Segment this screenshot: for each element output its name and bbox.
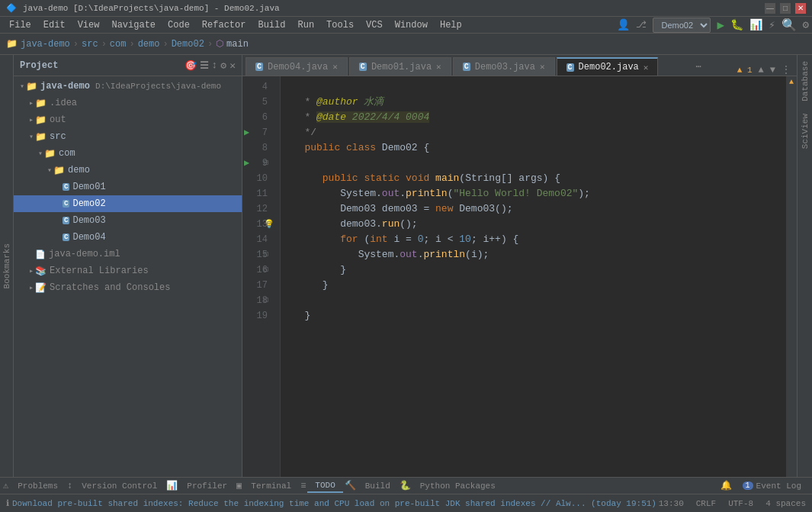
breadcrumb-src[interactable]: src xyxy=(82,39,98,50)
tree-item-src[interactable]: ▾ 📁 src xyxy=(14,128,242,145)
event-log-badge: 1 xyxy=(743,481,753,490)
vcs-icon[interactable]: ⎇ xyxy=(636,19,647,31)
run-button[interactable]: ▶ xyxy=(717,18,724,33)
bottom-tab-version-control[interactable]: Version Control xyxy=(74,480,165,492)
sidebar-header-icons: 🎯 ☰ ↕ ⚙ ✕ xyxy=(185,60,236,72)
indent-size[interactable]: 4 spaces xyxy=(765,499,806,508)
tree-item-java-demo[interactable]: ▾ 📁 java-demo D:\IdeaProjects\java-demo xyxy=(14,78,242,95)
editor-area: C Demo04.java ✕ C Demo01.java ✕ C Demo03… xyxy=(242,55,797,477)
encoding[interactable]: UTF-8 xyxy=(728,499,753,508)
main-area: Bookmarks Project 🎯 ☰ ↕ ⚙ ✕ ▾ 📁 java-dem… xyxy=(0,55,812,477)
fold-15[interactable]: ⊡ xyxy=(264,247,268,262)
gutter-17: 17 xyxy=(242,278,274,293)
nav-up-icon[interactable]: ▲ xyxy=(759,65,764,76)
gutter-9: ▶ 9 ⊟ xyxy=(242,156,274,171)
bookmarks-tab[interactable]: Bookmarks xyxy=(1,237,13,295)
tree-item-demo02[interactable]: ▸ C Demo02 xyxy=(14,195,242,212)
search-everywhere[interactable]: 🔍 xyxy=(782,18,797,33)
tree-item-demo04[interactable]: ▸ C Demo04 xyxy=(14,229,242,246)
tree-item-out[interactable]: ▸ 📁 out xyxy=(14,111,242,128)
bottom-tab-problems[interactable]: Problems xyxy=(10,480,66,492)
locate-icon[interactable]: 🎯 xyxy=(185,60,197,72)
database-tab[interactable]: Database xyxy=(799,55,811,108)
tree-item-scratches[interactable]: ▸ 📝 Scratches and Consoles xyxy=(14,279,242,296)
bottom-tab-todo[interactable]: TODO xyxy=(307,479,342,493)
menu-refactor[interactable]: Refactor xyxy=(196,18,252,32)
menu-tools[interactable]: Tools xyxy=(320,18,360,32)
run-with-coverage[interactable]: 📊 xyxy=(749,18,762,31)
warning-mark[interactable]: ▲ xyxy=(789,78,794,86)
gutter-13: 💡 13 ⊟ xyxy=(242,217,274,232)
bottom-tab-terminal[interactable]: Terminal xyxy=(243,480,299,492)
menu-navigate[interactable]: Navigate xyxy=(105,18,162,32)
close-button[interactable]: ✕ xyxy=(795,3,806,14)
profiler-button[interactable]: ⚡ xyxy=(769,18,775,31)
breadcrumb-demo[interactable]: demo xyxy=(138,39,160,50)
right-indicator: ▲ xyxy=(786,76,797,477)
menu-help[interactable]: Help xyxy=(434,18,468,32)
close-tab-demo02[interactable]: ✕ xyxy=(644,63,649,72)
tree-item-idea[interactable]: ▸ 📁 .idea xyxy=(14,95,242,111)
breadcrumb-com[interactable]: com xyxy=(110,39,127,50)
menu-file[interactable]: File xyxy=(3,18,37,32)
sciview-tab[interactable]: SciView xyxy=(799,108,811,155)
bottom-tab-python-packages[interactable]: Python Packages xyxy=(412,480,503,492)
fold-16[interactable]: ⊡ xyxy=(264,262,268,278)
editor-settings-icon[interactable]: ⋮ xyxy=(782,64,791,76)
close-tab-demo03[interactable]: ✕ xyxy=(540,62,545,72)
breadcrumb-main[interactable]: main xyxy=(226,39,249,50)
tree-item-demo01[interactable]: ▸ C Demo01 xyxy=(14,179,242,195)
fold-9[interactable]: ⊟ xyxy=(264,156,268,171)
bottom-tab-event-log[interactable]: 1 Event Log xyxy=(735,480,809,492)
tab-demo01[interactable]: C Demo01.java ✕ xyxy=(349,57,451,76)
menu-run[interactable]: Run xyxy=(291,18,320,32)
settings-icon[interactable]: ⚙ xyxy=(803,18,809,31)
line-ending[interactable]: CRLF xyxy=(696,499,716,508)
breadcrumb-demo02[interactable]: Demo02 xyxy=(172,39,204,50)
build-icon: 🔨 xyxy=(345,480,356,491)
menu-window[interactable]: Window xyxy=(389,18,434,32)
close-sidebar-icon[interactable]: ✕ xyxy=(229,60,236,72)
menu-code[interactable]: Code xyxy=(162,18,196,32)
fold-13[interactable]: ⊟ xyxy=(267,217,271,232)
tree-item-demo[interactable]: ▾ 📁 demo xyxy=(14,162,242,179)
tree-item-com[interactable]: ▾ 📁 com xyxy=(14,145,242,162)
tab-demo04[interactable]: C Demo04.java ✕ xyxy=(246,57,348,76)
sidebar-title: Project xyxy=(20,60,58,71)
run-indicator-7[interactable]: ▶ xyxy=(244,125,249,140)
close-tab-demo04[interactable]: ✕ xyxy=(332,62,338,72)
tree-item-ext-libs[interactable]: ▸ 📚 External Libraries xyxy=(14,262,242,279)
nav-down-icon[interactable]: ▼ xyxy=(770,65,775,76)
cursor-position[interactable]: 13:30 xyxy=(659,499,684,508)
menu-view[interactable]: View xyxy=(72,18,106,32)
minimize-button[interactable]: — xyxy=(765,3,775,14)
code-content[interactable]: * @author 水滴 * @date 2022/4/4 0004 */ pu… xyxy=(281,76,786,477)
fold-18[interactable]: ⊡ xyxy=(264,293,268,308)
tab-demo02[interactable]: C Demo02.java ✕ xyxy=(557,57,659,76)
settings-icon[interactable]: ⚙ xyxy=(220,60,226,72)
gutter-4: 4 xyxy=(242,79,274,95)
tab-demo03[interactable]: C Demo03.java ✕ xyxy=(453,57,555,76)
gutter-10: 10 xyxy=(242,171,274,186)
user-icon[interactable]: 👤 xyxy=(617,18,630,31)
run-config-select[interactable]: Demo02 xyxy=(653,18,711,33)
bottom-tab-build[interactable]: Build xyxy=(358,480,398,492)
tree-item-iml[interactable]: ▸ 📄 java-demo.iml xyxy=(14,246,242,262)
vcs-icon: ↕ xyxy=(67,481,72,491)
menu-edit[interactable]: Edit xyxy=(37,18,72,32)
menu-vcs[interactable]: VCS xyxy=(360,18,389,32)
tabs-overflow-menu[interactable]: ⋯ xyxy=(689,58,707,76)
breadcrumb-java-demo[interactable]: java-demo xyxy=(21,39,70,50)
collapse-icon[interactable]: ☰ xyxy=(200,60,209,72)
debug-button[interactable]: 🐛 xyxy=(730,18,743,31)
tree-item-demo03[interactable]: ▸ C Demo03 xyxy=(14,212,242,229)
gutter-12: 12 xyxy=(242,201,274,217)
sort-icon[interactable]: ↕ xyxy=(212,60,218,72)
menu-build[interactable]: Build xyxy=(252,18,291,32)
maximize-button[interactable]: □ xyxy=(780,3,791,14)
bottom-tab-profiler[interactable]: Profiler xyxy=(179,480,235,492)
close-tab-demo01[interactable]: ✕ xyxy=(436,62,441,72)
line-numbers: 4 5 6 ▶ 7 8 ▶ 9 ⊟ 10 11 12 💡 13 xyxy=(242,76,281,477)
run-indicator-9[interactable]: ▶ xyxy=(244,156,249,171)
app-icon: 🔷 xyxy=(6,3,17,13)
